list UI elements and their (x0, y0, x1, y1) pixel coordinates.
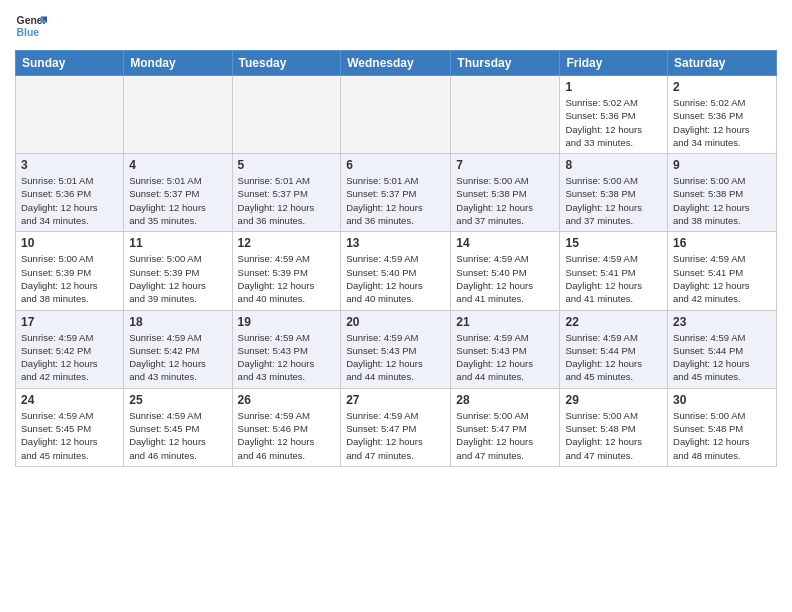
day-info: Sunrise: 4:59 AMSunset: 5:46 PMDaylight:… (238, 409, 336, 462)
day-number: 4 (129, 158, 226, 172)
calendar-cell: 12Sunrise: 4:59 AMSunset: 5:39 PMDayligh… (232, 232, 341, 310)
day-number: 28 (456, 393, 554, 407)
calendar-cell: 25Sunrise: 4:59 AMSunset: 5:45 PMDayligh… (124, 388, 232, 466)
day-number: 5 (238, 158, 336, 172)
calendar-cell (341, 76, 451, 154)
day-number: 15 (565, 236, 662, 250)
day-number: 11 (129, 236, 226, 250)
calendar-cell: 22Sunrise: 4:59 AMSunset: 5:44 PMDayligh… (560, 310, 668, 388)
calendar-cell: 19Sunrise: 4:59 AMSunset: 5:43 PMDayligh… (232, 310, 341, 388)
day-number: 24 (21, 393, 118, 407)
calendar-cell: 11Sunrise: 5:00 AMSunset: 5:39 PMDayligh… (124, 232, 232, 310)
day-number: 6 (346, 158, 445, 172)
day-info: Sunrise: 5:00 AMSunset: 5:39 PMDaylight:… (21, 252, 118, 305)
weekday-header-tuesday: Tuesday (232, 51, 341, 76)
day-info: Sunrise: 4:59 AMSunset: 5:42 PMDaylight:… (21, 331, 118, 384)
day-number: 26 (238, 393, 336, 407)
day-info: Sunrise: 5:02 AMSunset: 5:36 PMDaylight:… (673, 96, 771, 149)
calendar-cell: 6Sunrise: 5:01 AMSunset: 5:37 PMDaylight… (341, 154, 451, 232)
calendar-cell: 2Sunrise: 5:02 AMSunset: 5:36 PMDaylight… (668, 76, 777, 154)
calendar-cell: 17Sunrise: 4:59 AMSunset: 5:42 PMDayligh… (16, 310, 124, 388)
weekday-header-monday: Monday (124, 51, 232, 76)
calendar-cell: 4Sunrise: 5:01 AMSunset: 5:37 PMDaylight… (124, 154, 232, 232)
day-info: Sunrise: 4:59 AMSunset: 5:43 PMDaylight:… (346, 331, 445, 384)
day-number: 16 (673, 236, 771, 250)
calendar-cell: 24Sunrise: 4:59 AMSunset: 5:45 PMDayligh… (16, 388, 124, 466)
calendar-cell: 21Sunrise: 4:59 AMSunset: 5:43 PMDayligh… (451, 310, 560, 388)
day-info: Sunrise: 4:59 AMSunset: 5:43 PMDaylight:… (238, 331, 336, 384)
day-info: Sunrise: 5:00 AMSunset: 5:47 PMDaylight:… (456, 409, 554, 462)
day-info: Sunrise: 5:01 AMSunset: 5:37 PMDaylight:… (346, 174, 445, 227)
day-info: Sunrise: 4:59 AMSunset: 5:42 PMDaylight:… (129, 331, 226, 384)
day-number: 20 (346, 315, 445, 329)
day-info: Sunrise: 5:01 AMSunset: 5:37 PMDaylight:… (129, 174, 226, 227)
day-number: 13 (346, 236, 445, 250)
calendar-cell: 28Sunrise: 5:00 AMSunset: 5:47 PMDayligh… (451, 388, 560, 466)
calendar-cell: 18Sunrise: 4:59 AMSunset: 5:42 PMDayligh… (124, 310, 232, 388)
day-number: 7 (456, 158, 554, 172)
day-number: 27 (346, 393, 445, 407)
calendar-cell: 26Sunrise: 4:59 AMSunset: 5:46 PMDayligh… (232, 388, 341, 466)
day-info: Sunrise: 4:59 AMSunset: 5:43 PMDaylight:… (456, 331, 554, 384)
calendar-week-1: 1Sunrise: 5:02 AMSunset: 5:36 PMDaylight… (16, 76, 777, 154)
calendar-cell: 14Sunrise: 4:59 AMSunset: 5:40 PMDayligh… (451, 232, 560, 310)
day-info: Sunrise: 5:00 AMSunset: 5:38 PMDaylight:… (456, 174, 554, 227)
weekday-header-wednesday: Wednesday (341, 51, 451, 76)
day-info: Sunrise: 5:00 AMSunset: 5:39 PMDaylight:… (129, 252, 226, 305)
calendar-cell: 29Sunrise: 5:00 AMSunset: 5:48 PMDayligh… (560, 388, 668, 466)
day-info: Sunrise: 4:59 AMSunset: 5:45 PMDaylight:… (21, 409, 118, 462)
day-info: Sunrise: 5:01 AMSunset: 5:37 PMDaylight:… (238, 174, 336, 227)
calendar-week-2: 3Sunrise: 5:01 AMSunset: 5:36 PMDaylight… (16, 154, 777, 232)
calendar-cell: 5Sunrise: 5:01 AMSunset: 5:37 PMDaylight… (232, 154, 341, 232)
calendar-cell: 9Sunrise: 5:00 AMSunset: 5:38 PMDaylight… (668, 154, 777, 232)
calendar-body: 1Sunrise: 5:02 AMSunset: 5:36 PMDaylight… (16, 76, 777, 467)
day-info: Sunrise: 5:01 AMSunset: 5:36 PMDaylight:… (21, 174, 118, 227)
calendar-cell: 30Sunrise: 5:00 AMSunset: 5:48 PMDayligh… (668, 388, 777, 466)
calendar-cell: 23Sunrise: 4:59 AMSunset: 5:44 PMDayligh… (668, 310, 777, 388)
weekday-header-row: SundayMondayTuesdayWednesdayThursdayFrid… (16, 51, 777, 76)
calendar-week-5: 24Sunrise: 4:59 AMSunset: 5:45 PMDayligh… (16, 388, 777, 466)
day-number: 21 (456, 315, 554, 329)
day-info: Sunrise: 5:00 AMSunset: 5:38 PMDaylight:… (673, 174, 771, 227)
calendar-cell (16, 76, 124, 154)
day-number: 2 (673, 80, 771, 94)
day-number: 8 (565, 158, 662, 172)
calendar-cell: 1Sunrise: 5:02 AMSunset: 5:36 PMDaylight… (560, 76, 668, 154)
day-number: 29 (565, 393, 662, 407)
day-info: Sunrise: 4:59 AMSunset: 5:45 PMDaylight:… (129, 409, 226, 462)
weekday-header-saturday: Saturday (668, 51, 777, 76)
day-info: Sunrise: 4:59 AMSunset: 5:44 PMDaylight:… (565, 331, 662, 384)
calendar-cell: 7Sunrise: 5:00 AMSunset: 5:38 PMDaylight… (451, 154, 560, 232)
weekday-header-friday: Friday (560, 51, 668, 76)
day-number: 10 (21, 236, 118, 250)
calendar-cell: 16Sunrise: 4:59 AMSunset: 5:41 PMDayligh… (668, 232, 777, 310)
day-number: 1 (565, 80, 662, 94)
weekday-header-sunday: Sunday (16, 51, 124, 76)
logo: General Blue (15, 10, 47, 42)
day-info: Sunrise: 5:00 AMSunset: 5:38 PMDaylight:… (565, 174, 662, 227)
calendar-cell: 20Sunrise: 4:59 AMSunset: 5:43 PMDayligh… (341, 310, 451, 388)
calendar-cell: 27Sunrise: 4:59 AMSunset: 5:47 PMDayligh… (341, 388, 451, 466)
day-number: 19 (238, 315, 336, 329)
day-number: 9 (673, 158, 771, 172)
weekday-header-thursday: Thursday (451, 51, 560, 76)
logo-icon: General Blue (15, 10, 47, 42)
day-number: 3 (21, 158, 118, 172)
day-info: Sunrise: 4:59 AMSunset: 5:41 PMDaylight:… (565, 252, 662, 305)
day-number: 14 (456, 236, 554, 250)
calendar-cell: 13Sunrise: 4:59 AMSunset: 5:40 PMDayligh… (341, 232, 451, 310)
day-number: 25 (129, 393, 226, 407)
day-number: 22 (565, 315, 662, 329)
day-info: Sunrise: 4:59 AMSunset: 5:44 PMDaylight:… (673, 331, 771, 384)
calendar-cell (124, 76, 232, 154)
day-info: Sunrise: 4:59 AMSunset: 5:41 PMDaylight:… (673, 252, 771, 305)
day-info: Sunrise: 5:02 AMSunset: 5:36 PMDaylight:… (565, 96, 662, 149)
calendar-cell: 3Sunrise: 5:01 AMSunset: 5:36 PMDaylight… (16, 154, 124, 232)
day-number: 30 (673, 393, 771, 407)
calendar-week-3: 10Sunrise: 5:00 AMSunset: 5:39 PMDayligh… (16, 232, 777, 310)
day-number: 17 (21, 315, 118, 329)
day-info: Sunrise: 5:00 AMSunset: 5:48 PMDaylight:… (565, 409, 662, 462)
day-info: Sunrise: 4:59 AMSunset: 5:39 PMDaylight:… (238, 252, 336, 305)
page: General Blue SundayMondayTuesdayWednesda… (0, 0, 792, 612)
calendar-cell (451, 76, 560, 154)
